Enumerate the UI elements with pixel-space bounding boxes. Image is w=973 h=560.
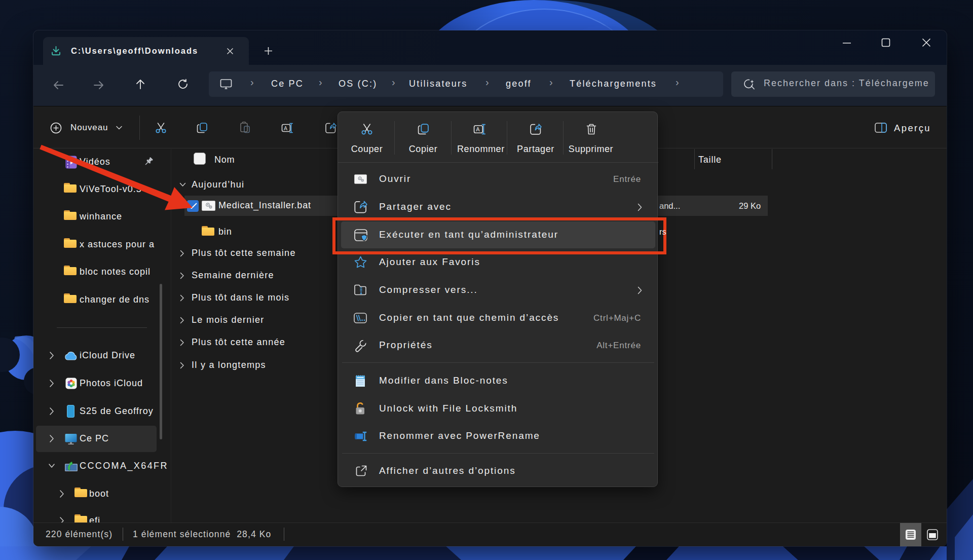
svg-text:A: A [476,126,480,132]
